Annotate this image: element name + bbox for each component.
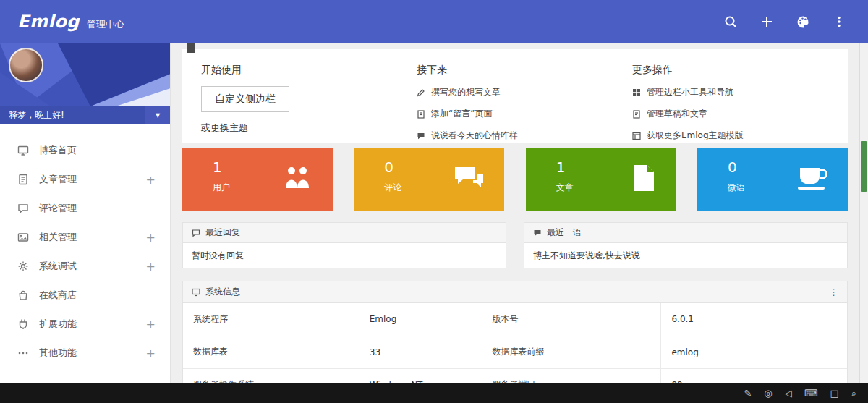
sidebar-item-related[interactable]: 相关管理 +	[0, 223, 170, 252]
comment-icon	[17, 203, 29, 214]
sidebar-item-label: 评论管理	[39, 202, 77, 215]
show-desktop-icon[interactable]: □	[830, 389, 838, 398]
emlog-logo: Emlog	[17, 12, 80, 32]
plugin-icon	[17, 318, 29, 330]
template-icon	[632, 132, 641, 140]
greeting-bar[interactable]: 释梦，晚上好! ▼	[0, 106, 170, 124]
sidebar-item-label: 博客首页	[39, 144, 77, 157]
expand-icon[interactable]: +	[146, 318, 156, 331]
sidebar-item-system-debug[interactable]: 系统调试 +	[0, 252, 170, 281]
link-label: 撰写您的想写文章	[431, 86, 501, 98]
recent-whisper-panel: 最近一语 博主不知道要说啥,快去说说	[524, 222, 848, 268]
comments-icon	[452, 164, 485, 195]
sidebar-item-label: 文章管理	[39, 173, 77, 186]
system-info-header: 系统信息 ⋮	[183, 281, 847, 303]
brand[interactable]: Emlog 管理中心	[17, 12, 124, 32]
gear-icon	[17, 260, 29, 272]
sidebar-menu: 博客首页 文章管理 + 评论管理 相关管理 + 系统调试 +	[0, 124, 170, 368]
stat-card-users[interactable]: 1 用户	[182, 148, 333, 211]
sidebar-item-label: 其他功能	[39, 347, 77, 360]
palette-icon[interactable]	[791, 10, 814, 33]
stat-card-articles[interactable]: 1 文章	[526, 148, 676, 211]
draft-icon	[632, 110, 641, 119]
stat-label: 微语	[728, 182, 745, 194]
chat-icon	[417, 132, 425, 140]
sidebar-item-articles[interactable]: 文章管理 +	[0, 165, 170, 194]
add-icon[interactable]	[755, 10, 778, 33]
info-value: emlog_	[661, 336, 847, 368]
stat-value: 1	[213, 158, 222, 176]
store-icon	[17, 289, 29, 301]
recent-whisper-header: 最近一语	[524, 223, 847, 243]
sidebar-item-label: 系统调试	[39, 260, 77, 273]
stat-value: 0	[728, 158, 737, 176]
manage-widgets-link[interactable]: 管理边栏小工具和导航	[632, 86, 848, 98]
stat-label: 用户	[213, 182, 230, 194]
recent-replies-header: 最近回复	[183, 223, 506, 243]
widgets-icon	[632, 88, 641, 97]
page-scrollbar[interactable]	[859, 43, 868, 383]
write-article-link[interactable]: 撰写您的想写文章	[417, 86, 632, 98]
expand-icon[interactable]: +	[146, 260, 156, 273]
panel-more-icon[interactable]: ⋮	[829, 287, 838, 297]
info-value: 33	[359, 336, 482, 368]
stat-label: 文章	[556, 182, 574, 194]
page-icon	[417, 110, 425, 119]
sidebar-item-comments[interactable]: 评论管理	[0, 194, 170, 223]
volume-icon[interactable]: ◁	[785, 389, 792, 398]
sidebar: 释梦，晚上好! ▼ 博客首页 文章管理 + 评论管理 相关管理 +	[0, 43, 171, 383]
expand-icon[interactable]: +	[146, 347, 156, 360]
more-menu-icon[interactable]	[827, 10, 851, 33]
customize-sidebar-button[interactable]: 自定义侧边栏	[201, 86, 289, 112]
post-mood-link[interactable]: 说说看今天的心情咋样	[417, 130, 632, 142]
info-key: 版本号	[482, 303, 661, 336]
profile-header	[0, 43, 170, 106]
coffee-icon	[796, 164, 829, 195]
comment-outline-icon	[192, 229, 200, 237]
sidebar-item-store[interactable]: 在线商店	[0, 281, 170, 310]
get-themes-link[interactable]: 获取更多Emlog主题模版	[632, 130, 848, 142]
scrollbar-thumb[interactable]	[861, 141, 867, 192]
recent-panels: 最近回复 暂时没有回复 最近一语 博主不知道要说啥,快去说说	[182, 222, 848, 268]
article-icon	[17, 174, 29, 185]
monitor-icon	[17, 145, 29, 156]
stat-label: 评论	[384, 182, 401, 194]
avatar[interactable]	[9, 48, 43, 82]
change-theme-link[interactable]: 或更换主题	[201, 122, 417, 135]
info-key: 数据库表前缀	[482, 336, 661, 368]
stat-card-whispers[interactable]: 0 微语	[697, 148, 848, 211]
media-icon	[17, 232, 29, 243]
greeting-text: 释梦，晚上好!	[9, 109, 64, 122]
expand-icon[interactable]: +	[146, 231, 156, 245]
sidebar-item-other[interactable]: 其他功能 +	[0, 339, 170, 368]
expand-icon[interactable]: +	[146, 173, 156, 187]
info-value: Emlog	[359, 303, 482, 336]
search-icon[interactable]	[719, 10, 742, 33]
manage-drafts-link[interactable]: 管理草稿和文章	[632, 108, 848, 120]
chevron-down-icon[interactable]: ▼	[145, 106, 170, 124]
keyboard-icon[interactable]: ⌨	[804, 389, 818, 398]
topbar-actions	[719, 10, 851, 33]
table-row: 系统程序 Emlog 版本号 6.0.1	[183, 303, 847, 336]
sidebar-item-extensions[interactable]: 扩展功能 +	[0, 310, 170, 339]
site-title: 管理中心	[87, 18, 124, 31]
sidebar-item-label: 在线商店	[39, 289, 77, 302]
taskbar: ✎ ◎ ◁ ⌨ □ ⌕	[0, 383, 868, 403]
recent-replies-body: 暂时没有回复	[183, 243, 506, 268]
info-key: 系统程序	[183, 303, 359, 336]
ellipsis-icon	[17, 347, 29, 359]
panel-title: 最近回复	[205, 226, 240, 239]
welcome-next-title: 接下来	[417, 64, 632, 77]
search-tray-icon[interactable]: ⌕	[851, 389, 856, 398]
comment-filled-icon	[533, 229, 542, 237]
add-guestbook-link[interactable]: 添加“留言”页面	[417, 108, 632, 120]
recent-whisper-body[interactable]: 博主不知道要说啥,快去说说	[524, 243, 847, 268]
info-key: 数据库表	[183, 336, 359, 368]
ime-icon[interactable]: ◎	[764, 389, 772, 398]
sidebar-item-blog-home[interactable]: 博客首页	[0, 136, 170, 165]
panel-title: 最近一语	[547, 226, 582, 239]
welcome-start-column: 开始使用 自定义侧边栏 或更换主题	[201, 64, 417, 143]
stat-card-comments[interactable]: 0 评论	[354, 148, 504, 211]
welcome-more-title: 更多操作	[632, 64, 848, 77]
pen-input-icon[interactable]: ✎	[744, 389, 752, 398]
